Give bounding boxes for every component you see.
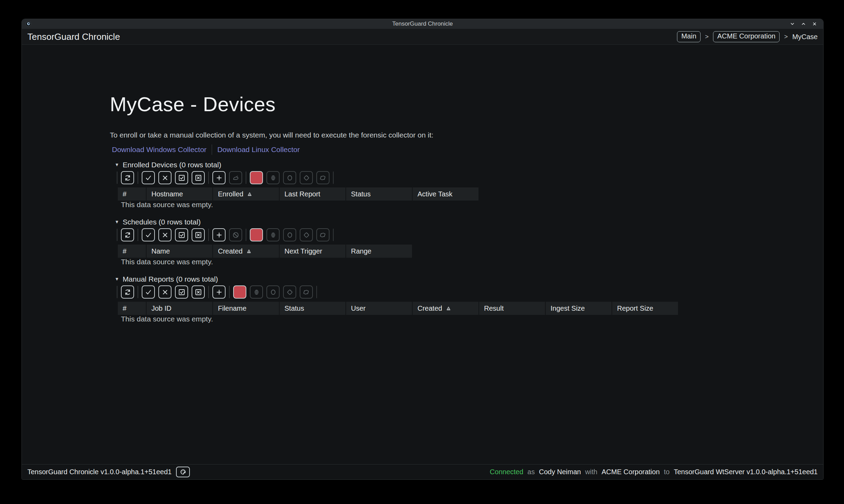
section-header-schedules[interactable]: ▼Schedules (0 rows total) <box>115 217 823 227</box>
breadcrumb-item-acme-corporation[interactable]: ACME Corporation <box>713 31 780 42</box>
section-header-enrolled-devices[interactable]: ▼Enrolled Devices (0 rows total) <box>115 160 823 169</box>
sort-asc-icon <box>446 306 451 311</box>
red-square-button[interactable] <box>250 228 263 241</box>
column-header-hostname[interactable]: Hostname <box>147 187 212 201</box>
tag-button[interactable] <box>283 285 296 299</box>
bird-sparkle-button[interactable] <box>229 171 242 184</box>
window-controls <box>789 21 823 27</box>
refresh-button[interactable] <box>121 171 134 184</box>
collapse-triangle-icon[interactable]: ▼ <box>115 276 119 282</box>
download-linux-collector-link[interactable]: Download Linux Collector <box>217 145 300 154</box>
check-button[interactable] <box>142 228 155 241</box>
section-toolbar <box>117 285 823 299</box>
column-header-next-trigger[interactable]: Next Trigger <box>280 245 345 258</box>
checkbox-cross-button[interactable] <box>192 171 205 184</box>
column-label: Name <box>151 247 170 255</box>
chevron-up-icon <box>800 21 807 27</box>
column-header-filename[interactable]: Filename <box>213 302 279 315</box>
cross-button[interactable] <box>158 171 172 184</box>
checkbox-cross-icon <box>194 174 202 182</box>
connection-status: ConnectedasCody NeimanwithACME Corporati… <box>490 468 818 476</box>
close-icon <box>811 21 818 27</box>
checkbox-cross-button[interactable] <box>192 228 205 241</box>
column-header-num[interactable]: # <box>118 245 146 258</box>
check-button[interactable] <box>142 171 155 184</box>
column-label: User <box>351 304 366 312</box>
check-button[interactable] <box>142 285 155 299</box>
cross-button[interactable] <box>158 285 172 299</box>
app-eye-icon <box>25 20 32 27</box>
page-title: MyCase - Devices <box>110 92 823 116</box>
theme-button[interactable] <box>176 467 190 477</box>
collapse-triangle-icon[interactable]: ▼ <box>115 219 119 224</box>
refresh-icon <box>124 231 132 239</box>
collapse-triangle-icon[interactable]: ▼ <box>115 162 119 167</box>
striped-ball-icon <box>269 174 277 182</box>
column-label: # <box>123 190 126 198</box>
checkbox-cross-button[interactable] <box>192 285 205 299</box>
column-header-active-task[interactable]: Active Task <box>413 187 478 201</box>
circle-button[interactable] <box>266 285 280 299</box>
column-header-name[interactable]: Name <box>147 245 212 258</box>
striped-ball-button[interactable] <box>266 171 280 184</box>
striped-ball-button[interactable] <box>250 285 263 299</box>
column-header-enrolled[interactable]: Enrolled <box>213 187 279 201</box>
plus-button[interactable] <box>212 228 226 241</box>
column-header-result[interactable]: Result <box>479 302 545 315</box>
flag-button[interactable] <box>300 285 313 299</box>
flag-button[interactable] <box>316 171 329 184</box>
status-segment-to: to <box>664 468 670 476</box>
column-header-report-size[interactable]: Report Size <box>612 302 678 315</box>
status-bar: TensorGuard Chronicle v1.0.0-alpha.1+51e… <box>22 464 823 479</box>
ban-button[interactable] <box>229 228 242 241</box>
checkbox-check-button[interactable] <box>175 171 188 184</box>
section-title-label: Schedules (0 rows total) <box>123 218 201 226</box>
column-header-created[interactable]: Created <box>213 245 279 258</box>
column-header-range[interactable]: Range <box>346 245 412 258</box>
section-header-manual-reports[interactable]: ▼Manual Reports (0 rows total) <box>115 274 823 284</box>
tag-button[interactable] <box>300 171 313 184</box>
column-header-status[interactable]: Status <box>346 187 412 201</box>
breadcrumb-separator: > <box>784 33 788 41</box>
minimize-button[interactable] <box>789 21 795 27</box>
cross-icon <box>161 288 169 296</box>
column-header-last-report[interactable]: Last Report <box>280 187 345 201</box>
column-header-created[interactable]: Created <box>413 302 478 315</box>
plus-button[interactable] <box>212 285 226 299</box>
column-header-job-id[interactable]: Job ID <box>147 302 212 315</box>
checkbox-check-button[interactable] <box>175 228 188 241</box>
red-square-button[interactable] <box>233 285 246 299</box>
breadcrumb-item-mycase: MyCase <box>792 33 818 41</box>
striped-ball-button[interactable] <box>266 228 280 241</box>
checkbox-check-icon <box>178 288 186 296</box>
breadcrumb-item-main[interactable]: Main <box>677 31 700 42</box>
column-header-user[interactable]: User <box>346 302 412 315</box>
column-label: Created <box>417 304 442 312</box>
column-header-ingest-size[interactable]: Ingest Size <box>546 302 612 315</box>
column-label: Next Trigger <box>284 247 322 255</box>
column-header-status[interactable]: Status <box>280 302 345 315</box>
plus-button[interactable] <box>212 171 226 184</box>
refresh-button[interactable] <box>121 228 134 241</box>
cross-button[interactable] <box>158 228 172 241</box>
red-square-icon <box>253 174 261 182</box>
column-label: Ingest Size <box>551 304 585 312</box>
circle-button[interactable] <box>283 171 296 184</box>
refresh-button[interactable] <box>121 285 134 299</box>
sort-asc-icon <box>247 191 253 197</box>
maximize-button[interactable] <box>800 21 807 27</box>
tag-icon <box>286 288 294 296</box>
tag-button[interactable] <box>300 228 313 241</box>
checkbox-check-button[interactable] <box>175 285 188 299</box>
close-button[interactable] <box>811 21 818 27</box>
flag-button[interactable] <box>316 228 329 241</box>
download-windows-collector-link[interactable]: Download Windows Collector <box>112 145 206 154</box>
table-header: #Job IDFilenameStatusUserCreatedResultIn… <box>118 302 823 315</box>
column-header-num[interactable]: # <box>118 187 146 201</box>
toolbar-separator <box>208 229 209 241</box>
column-label: Enrolled <box>218 190 243 198</box>
circle-button[interactable] <box>283 228 296 241</box>
check-icon <box>144 231 152 239</box>
red-square-button[interactable] <box>250 171 263 184</box>
column-header-num[interactable]: # <box>118 302 146 315</box>
